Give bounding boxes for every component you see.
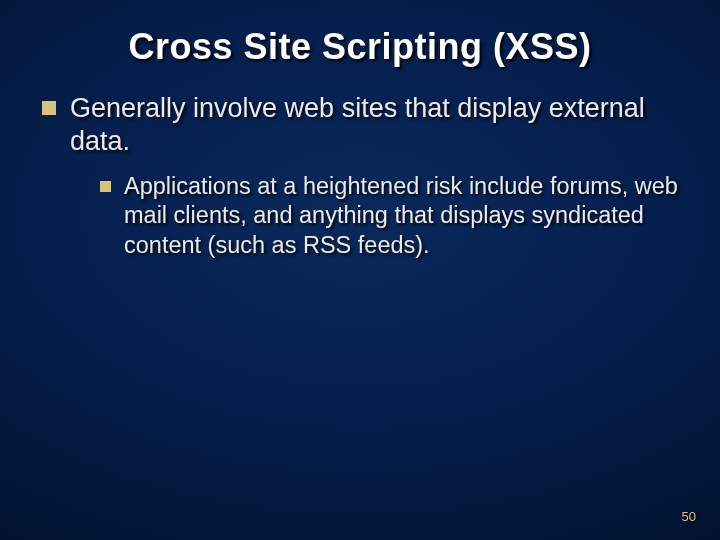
bullet-text: Generally involve web sites that display… — [70, 92, 678, 158]
bullet-level1: Generally involve web sites that display… — [42, 92, 678, 158]
square-bullet-icon — [100, 181, 111, 192]
bullet-text: Applications at a heightened risk includ… — [124, 172, 678, 260]
square-bullet-icon — [42, 101, 56, 115]
slide: Cross Site Scripting (XSS) Generally inv… — [0, 0, 720, 540]
slide-content: Generally involve web sites that display… — [0, 68, 720, 260]
bullet-level2: Applications at a heightened risk includ… — [42, 172, 678, 260]
slide-title: Cross Site Scripting (XSS) — [0, 0, 720, 68]
page-number: 50 — [682, 509, 696, 524]
